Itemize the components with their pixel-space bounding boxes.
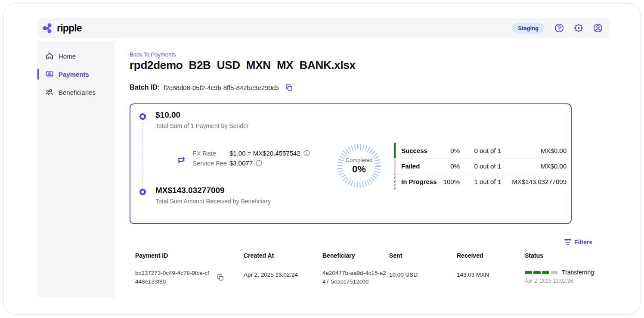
fx-rate-info-icon[interactable] — [303, 150, 310, 156]
table-row[interactable]: bc237273-0c49-4c78-9fce-cf448e133f80 Apr… — [130, 263, 598, 286]
fx-block: FX Rate $1.00 = MX$20.4557542 — [176, 150, 310, 167]
progress-label: Completed — [346, 157, 373, 163]
sidebar-nav: Home Payments — [37, 41, 115, 298]
status-progress-segments: Transferring — [525, 269, 598, 276]
created-at-cell: Apr 2, 2025 13:02:24 — [244, 269, 322, 286]
service-fee-info-icon[interactable] — [256, 160, 262, 166]
payments-table: Payment ID Created At Beneficiary Sent R… — [130, 252, 598, 286]
filter-icon — [564, 239, 571, 245]
status-cell: Transferring Apr 2, 2025 13:02:36 — [525, 269, 598, 286]
page-frame: ripple Staging — [3, 3, 641, 315]
column-header-received: Received — [457, 252, 525, 259]
legend-percent: 0% — [437, 162, 460, 170]
legend-name: Failed — [401, 162, 437, 170]
received-cell: 143.03 MXN — [457, 269, 525, 286]
legend-count: 1 out of 1 — [460, 178, 501, 185]
payments-icon — [45, 70, 54, 78]
table-header-row: Payment ID Created At Beneficiary Sent R… — [130, 252, 598, 263]
copy-payment-id-icon[interactable] — [217, 274, 224, 281]
payment-id-value: bc237273-0c49-4c78-9fce-cf448e133f80 — [135, 269, 209, 286]
sidebar-item-beneficiaries[interactable]: Beneficiaries — [37, 83, 115, 101]
in-progress-color-bar — [394, 174, 396, 190]
sidebar-item-label: Beneficiaries — [59, 89, 96, 96]
beneficiaries-icon — [45, 88, 54, 97]
progress-segment — [533, 271, 541, 274]
sidebar-item-home[interactable]: Home — [37, 47, 115, 65]
column-header-created-at: Created At — [244, 252, 322, 259]
legend-count: 0 out of 1 — [460, 162, 501, 170]
batch-id-value: f2c88d08-05f2-4c9b-8ff5-842be3e290cb — [164, 84, 279, 91]
main-content: Back To Payments rpd2demo_B2B_USD_MXN_MX… — [115, 41, 610, 298]
legend-name: Success — [401, 147, 437, 154]
ripple-logo: ripple — [42, 22, 82, 34]
copy-batch-id-icon[interactable] — [285, 84, 293, 91]
batch-id-label: Batch ID: — [130, 84, 160, 91]
sent-cell: 10.00 USD — [389, 269, 457, 286]
batch-summary-card: $10.00 Total Sum of 1 Payment by Sender — [130, 103, 572, 224]
legend-count: 0 out of 1 — [460, 147, 501, 154]
beneficiary-total-amount: MX$143.03277009 — [155, 186, 225, 195]
legend-amount: MX$0.00 — [501, 147, 567, 154]
column-header-sent: Sent — [389, 252, 457, 259]
fx-exchange-icon — [176, 155, 186, 165]
legend-row-in-progress: In Progress 100% 1 out of 1 MX$143.03277… — [394, 174, 567, 189]
ripple-logo-icon — [42, 22, 54, 34]
sidebar-item-payments[interactable]: Payments — [37, 65, 115, 83]
fx-rate-label: FX Rate — [192, 150, 229, 157]
progress-segment — [551, 271, 558, 274]
settings-gear-icon[interactable] — [574, 23, 583, 33]
back-to-payments-link[interactable]: Back To Payments — [130, 51, 176, 58]
beneficiary-cell: 4e20477b-aa9d-4c15-a247-5eacc7512c0d — [322, 269, 387, 286]
service-fee-value: $3.0077 — [229, 159, 253, 167]
filters-label: Filters — [574, 239, 592, 246]
fx-rate-value: $1.00 = MX$20.4557542 — [229, 150, 300, 157]
legend-amount: MX$0.00 — [501, 162, 567, 170]
progress-segment — [542, 271, 549, 274]
legend-percent: 0% — [437, 147, 460, 154]
failed-color-bar — [394, 159, 396, 174]
beneficiary-total-caption: Total Sum Amount Received by Beneficiary — [155, 198, 271, 205]
page-title: rpd2demo_B2B_USD_MXN_MX_BANK.xlsx — [130, 59, 356, 72]
top-bar: ripple Staging — [37, 18, 610, 38]
brand-name: ripple — [57, 22, 82, 34]
status-timestamp: Apr 2, 2025 13:02:36 — [525, 278, 598, 284]
status-text: Transferring — [562, 269, 594, 276]
column-header-status: Status — [525, 252, 598, 259]
legend-amount: MX$143.03277009 — [501, 178, 567, 185]
sender-total-caption: Total Sum of 1 Payment by Sender — [155, 122, 248, 129]
progress-value: 0% — [352, 164, 366, 175]
completion-progress-circle: Completed 0% — [334, 140, 384, 191]
progress-segment — [525, 271, 532, 274]
home-icon — [45, 52, 54, 60]
environment-badge: Staging — [512, 23, 545, 34]
legend-percent: 100% — [437, 178, 460, 185]
column-header-payment-id: Payment ID — [135, 252, 244, 259]
timeline-marker-sender — [139, 113, 146, 120]
topbar-actions: Staging — [512, 23, 603, 34]
filters-button[interactable]: Filters — [564, 239, 592, 246]
payment-id-cell: bc237273-0c49-4c78-9fce-cf448e133f80 — [135, 269, 244, 286]
batch-id-row: Batch ID: f2c88d08-05f2-4c9b-8ff5-842be3… — [130, 84, 293, 91]
timeline-dotted-line — [142, 123, 143, 189]
app-window: ripple Staging — [37, 18, 610, 298]
success-color-bar — [394, 143, 396, 158]
app-body: Home Payments — [37, 41, 610, 298]
legend-row-success: Success 0% 0 out of 1 MX$0.00 — [394, 143, 567, 158]
status-legend: Success 0% 0 out of 1 MX$0.00 Failed 0% … — [394, 143, 567, 189]
sender-total-amount: $10.00 — [155, 110, 180, 120]
column-header-beneficiary: Beneficiary — [322, 252, 389, 259]
legend-row-failed: Failed 0% 0 out of 1 MX$0.00 — [394, 158, 567, 174]
sidebar-item-label: Payments — [59, 71, 89, 78]
timeline-marker-beneficiary — [139, 189, 146, 195]
help-icon[interactable] — [554, 23, 564, 33]
service-fee-label: Service Fee — [192, 159, 229, 167]
account-icon[interactable] — [593, 23, 603, 33]
legend-name: In Progress — [401, 178, 437, 185]
sidebar-item-label: Home — [59, 53, 76, 60]
